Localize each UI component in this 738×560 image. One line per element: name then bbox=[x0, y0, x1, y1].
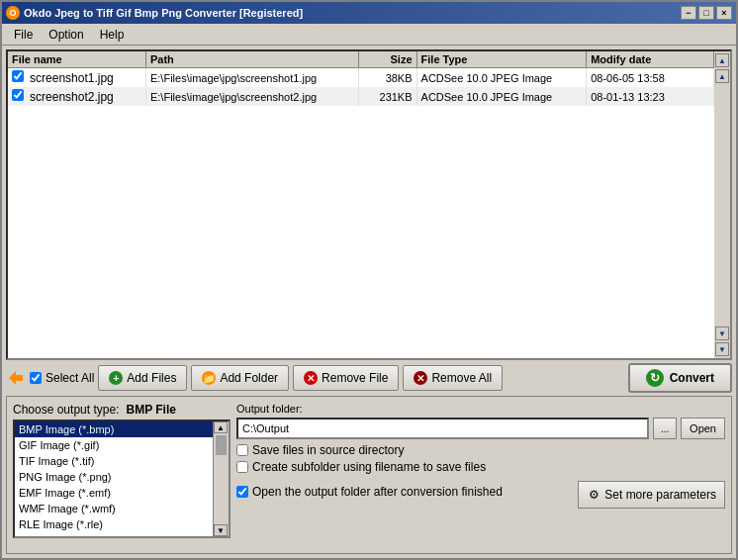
scroll-track bbox=[214, 433, 229, 524]
folder-path-input[interactable] bbox=[236, 418, 649, 439]
row-checkbox[interactable] bbox=[12, 70, 24, 82]
set-params-label: Set more parameters bbox=[604, 488, 716, 502]
remove-all-button[interactable]: ✕ Remove All bbox=[403, 365, 503, 391]
save-in-source-label: Save files in source directory bbox=[252, 443, 404, 457]
list-item[interactable]: EMF Image (*.emf) bbox=[15, 485, 213, 501]
listbox-scroll-up[interactable]: ▲ bbox=[214, 421, 228, 433]
title-bar: O Okdo Jpeg to Tiff Gif Bmp Png Converte… bbox=[2, 2, 736, 24]
select-all-label: Select All bbox=[46, 371, 94, 385]
list-item[interactable]: TIF Image (*.tif) bbox=[15, 453, 213, 469]
file-table: File name Path Size File Type Modify dat… bbox=[8, 51, 714, 358]
convert-icon: ↻ bbox=[646, 369, 664, 387]
scroll-top-button[interactable]: ▲ bbox=[715, 53, 729, 67]
cell-path: E:\Files\image\jpg\screenshot2.jpg bbox=[145, 87, 358, 106]
col-header-size: Size bbox=[358, 51, 416, 68]
col-header-filetype: File Type bbox=[416, 51, 587, 68]
scroll-thumb bbox=[216, 435, 227, 455]
window-title: Okdo Jpeg to Tiff Gif Bmp Png Converter … bbox=[24, 7, 303, 19]
cell-date: 08-06-05 13:58 bbox=[587, 68, 714, 88]
select-all-checkbox[interactable] bbox=[30, 372, 42, 384]
convert-button[interactable]: ↻ Convert bbox=[628, 363, 732, 393]
menu-help[interactable]: Help bbox=[92, 26, 133, 44]
scroll-up-button[interactable]: ▲ bbox=[715, 69, 729, 83]
cell-size: 231KB bbox=[358, 87, 416, 106]
back-button[interactable] bbox=[6, 368, 26, 388]
row-checkbox[interactable] bbox=[12, 89, 24, 101]
add-folder-button[interactable]: 📁 Add Folder bbox=[191, 365, 289, 391]
add-files-label: Add Files bbox=[127, 371, 176, 385]
remove-file-icon: ✕ bbox=[304, 371, 318, 385]
add-folder-icon: 📁 bbox=[202, 371, 216, 385]
create-subfolder-checkbox[interactable] bbox=[236, 461, 248, 473]
title-bar-left: O Okdo Jpeg to Tiff Gif Bmp Png Converte… bbox=[6, 6, 303, 20]
menu-bar: File Option Help bbox=[2, 24, 736, 46]
gear-icon: ⚙ bbox=[587, 488, 600, 502]
action-buttons: + Add Files 📁 Add Folder ✕ Remove File ✕… bbox=[98, 365, 503, 391]
toolbar-row: Select All + Add Files 📁 Add Folder ✕ Re… bbox=[6, 364, 732, 392]
browse-button[interactable]: ... bbox=[653, 418, 677, 439]
output-folder-label: Output folder: bbox=[236, 403, 725, 415]
open-after-label: Open the output folder after conversion … bbox=[252, 485, 503, 499]
listbox-scrollbar: ▲ ▼ bbox=[213, 421, 229, 536]
col-header-date: Modify date bbox=[587, 51, 714, 68]
file-list-container: File name Path Size File Type Modify dat… bbox=[6, 49, 732, 360]
create-subfolder-label: Create subfolder using filename to save … bbox=[252, 460, 486, 474]
remove-file-button[interactable]: ✕ Remove File bbox=[293, 365, 399, 391]
close-button[interactable]: × bbox=[716, 6, 732, 20]
list-scroll-controls: ▲ ▲ ▼ ▼ bbox=[714, 51, 730, 358]
cell-date: 08-01-13 13:23 bbox=[587, 87, 714, 106]
output-type-selected: BMP File bbox=[126, 403, 175, 417]
output-folder-section: Output folder: ... Open Save files in so… bbox=[236, 403, 725, 547]
svg-marker-0 bbox=[9, 371, 23, 385]
open-after-checkbox[interactable] bbox=[236, 486, 248, 498]
list-item[interactable]: BMP Image (*.bmp) bbox=[15, 421, 213, 437]
convert-label: Convert bbox=[670, 371, 714, 385]
cell-size: 38KB bbox=[358, 68, 416, 88]
col-header-path: Path bbox=[145, 51, 358, 68]
save-in-source-checkbox[interactable] bbox=[236, 444, 248, 456]
table-row: screenshot1.jpg E:\Files\image\jpg\scree… bbox=[8, 68, 714, 88]
add-files-button[interactable]: + Add Files bbox=[98, 365, 187, 391]
cell-filename: screenshot2.jpg bbox=[8, 87, 145, 106]
maximize-button[interactable]: □ bbox=[698, 6, 714, 20]
list-item[interactable]: GIF Image (*.gif) bbox=[15, 437, 213, 453]
table-row: screenshot2.jpg E:\Files\image\jpg\scree… bbox=[8, 87, 714, 106]
output-type-listbox: BMP Image (*.bmp)GIF Image (*.gif)TIF Im… bbox=[13, 420, 231, 538]
save-in-source-row: Save files in source directory bbox=[236, 443, 725, 457]
remove-all-icon: ✕ bbox=[414, 371, 427, 385]
add-folder-label: Add Folder bbox=[220, 371, 278, 385]
output-type-label: Choose output type: BMP File bbox=[13, 403, 231, 417]
remove-all-label: Remove All bbox=[431, 371, 492, 385]
set-params-button[interactable]: ⚙ Set more parameters bbox=[578, 481, 725, 509]
scroll-bottom-button[interactable]: ▼ bbox=[715, 342, 729, 356]
window-controls: − □ × bbox=[681, 6, 732, 20]
cell-filetype: ACDSee 10.0 JPEG Image bbox=[416, 68, 587, 88]
remove-file-label: Remove File bbox=[322, 371, 388, 385]
list-item[interactable]: PNG Image (*.png) bbox=[15, 469, 213, 485]
main-window: O Okdo Jpeg to Tiff Gif Bmp Png Converte… bbox=[0, 0, 738, 560]
list-item[interactable]: RLE Image (*.rle) bbox=[15, 516, 213, 532]
files-table: File name Path Size File Type Modify dat… bbox=[8, 51, 714, 106]
cell-filetype: ACDSee 10.0 JPEG Image bbox=[416, 87, 587, 106]
open-folder-button[interactable]: Open bbox=[681, 418, 725, 439]
listbox-items: BMP Image (*.bmp)GIF Image (*.gif)TIF Im… bbox=[15, 421, 213, 536]
col-header-filename: File name bbox=[8, 51, 145, 68]
output-type-section: Choose output type: BMP File BMP Image (… bbox=[13, 403, 231, 547]
listbox-scroll-down[interactable]: ▼ bbox=[214, 524, 228, 536]
app-icon: O bbox=[6, 6, 20, 20]
scroll-down-button[interactable]: ▼ bbox=[715, 327, 729, 340]
cell-path: E:\Files\image\jpg\screenshot1.jpg bbox=[145, 68, 358, 88]
cell-filename: screenshot1.jpg bbox=[8, 68, 145, 88]
bottom-section: Choose output type: BMP File BMP Image (… bbox=[6, 396, 732, 554]
list-item[interactable]: WMF Image (*.wmf) bbox=[15, 501, 213, 516]
select-all-area: Select All bbox=[30, 371, 94, 385]
menu-file[interactable]: File bbox=[6, 26, 41, 44]
folder-row: ... Open bbox=[236, 418, 725, 439]
menu-option[interactable]: Option bbox=[41, 26, 91, 44]
open-after-row: Open the output folder after conversion … bbox=[236, 485, 503, 499]
minimize-button[interactable]: − bbox=[681, 6, 696, 20]
main-content: File name Path Size File Type Modify dat… bbox=[2, 46, 736, 558]
create-subfolder-row: Create subfolder using filename to save … bbox=[236, 460, 725, 474]
add-files-icon: + bbox=[109, 371, 123, 385]
